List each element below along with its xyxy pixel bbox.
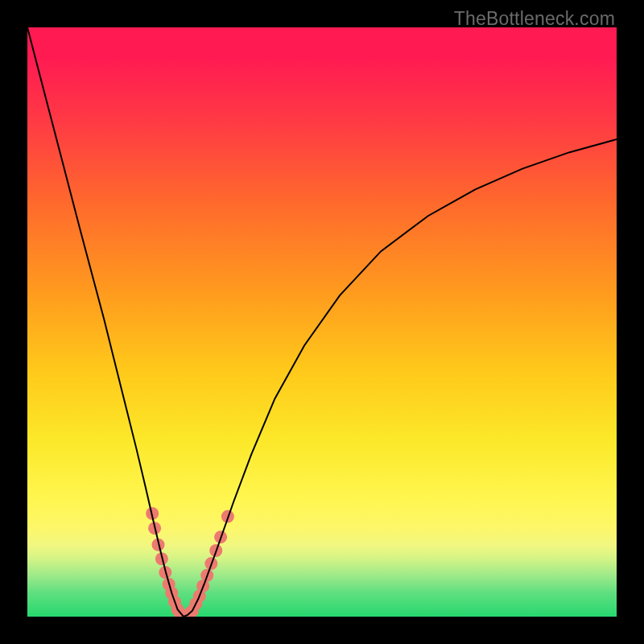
bottleneck-curve <box>27 27 617 617</box>
chart-svg <box>27 27 617 617</box>
plot-area <box>27 27 617 617</box>
chart-frame: TheBottleneck.com <box>0 0 644 644</box>
data-markers <box>146 507 234 617</box>
watermark-text: TheBottleneck.com <box>454 8 615 30</box>
